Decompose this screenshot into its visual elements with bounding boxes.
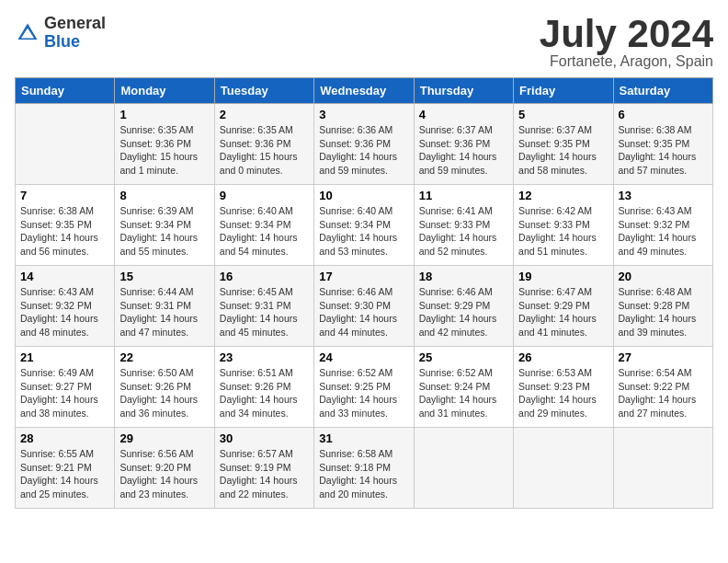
calendar-cell: 29Sunrise: 6:56 AMSunset: 9:20 PMDayligh… [115,428,214,509]
day-info: Sunrise: 6:56 AMSunset: 9:20 PMDaylight:… [119,447,209,501]
day-number: 17 [319,270,408,283]
calendar-cell [16,104,115,185]
calendar-cell: 12Sunrise: 6:42 AMSunset: 9:33 PMDayligh… [514,185,613,266]
day-info: Sunrise: 6:37 AMSunset: 9:36 PMDaylight:… [419,123,508,178]
day-info: Sunrise: 6:46 AMSunset: 9:30 PMDaylight:… [319,285,408,339]
calendar-table: SundayMondayTuesdayWednesdayThursdayFrid… [15,77,713,509]
calendar-cell [613,428,712,509]
day-info: Sunrise: 6:43 AMSunset: 9:32 PMDaylight:… [20,285,109,339]
calendar-cell: 15Sunrise: 6:44 AMSunset: 9:31 PMDayligh… [115,266,214,347]
calendar-cell: 9Sunrise: 6:40 AMSunset: 9:34 PMDaylight… [214,185,313,266]
day-info: Sunrise: 6:44 AMSunset: 9:31 PMDaylight:… [119,285,209,339]
day-number: 14 [20,270,109,283]
day-info: Sunrise: 6:46 AMSunset: 9:29 PMDaylight:… [419,285,508,339]
day-number: 12 [518,189,608,202]
calendar-cell: 18Sunrise: 6:46 AMSunset: 9:29 PMDayligh… [414,266,513,347]
calendar-cell: 10Sunrise: 6:40 AMSunset: 9:34 PMDayligh… [314,185,414,266]
calendar-cell: 23Sunrise: 6:51 AMSunset: 9:26 PMDayligh… [214,347,313,428]
day-number: 31 [319,431,408,445]
header-sunday: Sunday [16,78,115,104]
day-number: 28 [20,431,109,445]
calendar-cell: 24Sunrise: 6:52 AMSunset: 9:25 PMDayligh… [314,347,414,428]
day-info: Sunrise: 6:42 AMSunset: 9:33 PMDaylight:… [518,204,608,259]
calendar-cell: 20Sunrise: 6:48 AMSunset: 9:28 PMDayligh… [613,266,712,347]
logo-general-text: General [44,15,106,33]
day-number: 24 [319,350,408,364]
calendar-cell: 17Sunrise: 6:46 AMSunset: 9:30 PMDayligh… [314,266,414,347]
day-number: 29 [119,431,209,445]
day-info: Sunrise: 6:35 AMSunset: 9:36 PMDaylight:… [119,123,209,178]
header-wednesday: Wednesday [314,78,414,104]
day-number: 13 [619,189,708,202]
day-info: Sunrise: 6:36 AMSunset: 9:36 PMDaylight:… [319,123,408,178]
day-number: 22 [119,350,209,364]
calendar-cell: 1Sunrise: 6:35 AMSunset: 9:36 PMDaylight… [115,104,214,185]
day-info: Sunrise: 6:39 AMSunset: 9:34 PMDaylight:… [119,204,209,259]
calendar-week-row: 14Sunrise: 6:43 AMSunset: 9:32 PMDayligh… [16,266,713,347]
logo-icon [15,20,40,46]
calendar-week-row: 28Sunrise: 6:55 AMSunset: 9:21 PMDayligh… [16,428,713,509]
calendar-cell: 22Sunrise: 6:50 AMSunset: 9:26 PMDayligh… [115,347,214,428]
calendar-week-row: 7Sunrise: 6:38 AMSunset: 9:35 PMDaylight… [16,185,713,266]
day-info: Sunrise: 6:55 AMSunset: 9:21 PMDaylight:… [20,447,109,501]
calendar-cell: 16Sunrise: 6:45 AMSunset: 9:31 PMDayligh… [214,266,313,347]
day-number: 15 [119,270,209,283]
calendar-week-row: 1Sunrise: 6:35 AMSunset: 9:36 PMDaylight… [16,104,713,185]
day-number: 5 [518,108,608,121]
month-title: July 2024 [540,15,713,53]
day-number: 2 [220,108,309,121]
header-friday: Friday [514,78,613,104]
day-info: Sunrise: 6:58 AMSunset: 9:18 PMDaylight:… [319,447,408,501]
calendar-cell: 27Sunrise: 6:54 AMSunset: 9:22 PMDayligh… [613,347,712,428]
day-info: Sunrise: 6:37 AMSunset: 9:35 PMDaylight:… [518,123,608,178]
day-info: Sunrise: 6:57 AMSunset: 9:19 PMDaylight:… [220,447,309,501]
title-block: July 2024 Fortanete, Aragon, Spain [540,15,713,70]
calendar-cell: 5Sunrise: 6:37 AMSunset: 9:35 PMDaylight… [514,104,613,185]
day-info: Sunrise: 6:35 AMSunset: 9:36 PMDaylight:… [220,123,309,178]
calendar-week-row: 21Sunrise: 6:49 AMSunset: 9:27 PMDayligh… [16,347,713,428]
day-number: 27 [619,350,708,364]
day-info: Sunrise: 6:41 AMSunset: 9:33 PMDaylight:… [419,204,508,259]
calendar-cell [514,428,613,509]
calendar-cell: 25Sunrise: 6:52 AMSunset: 9:24 PMDayligh… [414,347,513,428]
calendar-cell: 31Sunrise: 6:58 AMSunset: 9:18 PMDayligh… [314,428,414,509]
calendar-cell: 7Sunrise: 6:38 AMSunset: 9:35 PMDaylight… [16,185,115,266]
calendar-cell: 30Sunrise: 6:57 AMSunset: 9:19 PMDayligh… [214,428,313,509]
day-number: 1 [119,108,209,121]
page-header: General Blue July 2024 Fortanete, Aragon… [15,15,713,70]
logo: General Blue [15,15,106,52]
day-number: 21 [20,350,109,364]
calendar-cell: 19Sunrise: 6:47 AMSunset: 9:29 PMDayligh… [514,266,613,347]
day-number: 9 [220,189,309,202]
header-saturday: Saturday [613,78,712,104]
day-info: Sunrise: 6:47 AMSunset: 9:29 PMDaylight:… [518,285,608,339]
day-info: Sunrise: 6:52 AMSunset: 9:25 PMDaylight:… [319,366,408,420]
calendar-cell: 6Sunrise: 6:38 AMSunset: 9:35 PMDaylight… [613,104,712,185]
logo-blue-text: Blue [44,33,106,52]
day-info: Sunrise: 6:40 AMSunset: 9:34 PMDaylight:… [319,204,408,259]
day-info: Sunrise: 6:48 AMSunset: 9:28 PMDaylight:… [619,285,708,339]
day-number: 6 [619,108,708,121]
day-info: Sunrise: 6:38 AMSunset: 9:35 PMDaylight:… [20,204,109,259]
day-info: Sunrise: 6:50 AMSunset: 9:26 PMDaylight:… [119,366,209,420]
calendar-cell: 28Sunrise: 6:55 AMSunset: 9:21 PMDayligh… [16,428,115,509]
day-info: Sunrise: 6:51 AMSunset: 9:26 PMDaylight:… [220,366,309,420]
day-number: 8 [119,189,209,202]
day-info: Sunrise: 6:40 AMSunset: 9:34 PMDaylight:… [220,204,309,259]
day-number: 23 [220,350,309,364]
day-number: 26 [518,350,608,364]
calendar-cell: 21Sunrise: 6:49 AMSunset: 9:27 PMDayligh… [16,347,115,428]
day-info: Sunrise: 6:49 AMSunset: 9:27 PMDaylight:… [20,366,109,420]
day-number: 10 [319,189,408,202]
calendar-cell [414,428,513,509]
day-number: 4 [419,108,508,121]
calendar-cell: 26Sunrise: 6:53 AMSunset: 9:23 PMDayligh… [514,347,613,428]
header-tuesday: Tuesday [214,78,313,104]
header-monday: Monday [115,78,214,104]
calendar-cell: 13Sunrise: 6:43 AMSunset: 9:32 PMDayligh… [613,185,712,266]
calendar-cell: 2Sunrise: 6:35 AMSunset: 9:36 PMDaylight… [214,104,313,185]
location-subtitle: Fortanete, Aragon, Spain [540,53,713,70]
day-info: Sunrise: 6:54 AMSunset: 9:22 PMDaylight:… [619,366,708,420]
calendar-cell: 11Sunrise: 6:41 AMSunset: 9:33 PMDayligh… [414,185,513,266]
calendar-cell: 14Sunrise: 6:43 AMSunset: 9:32 PMDayligh… [16,266,115,347]
